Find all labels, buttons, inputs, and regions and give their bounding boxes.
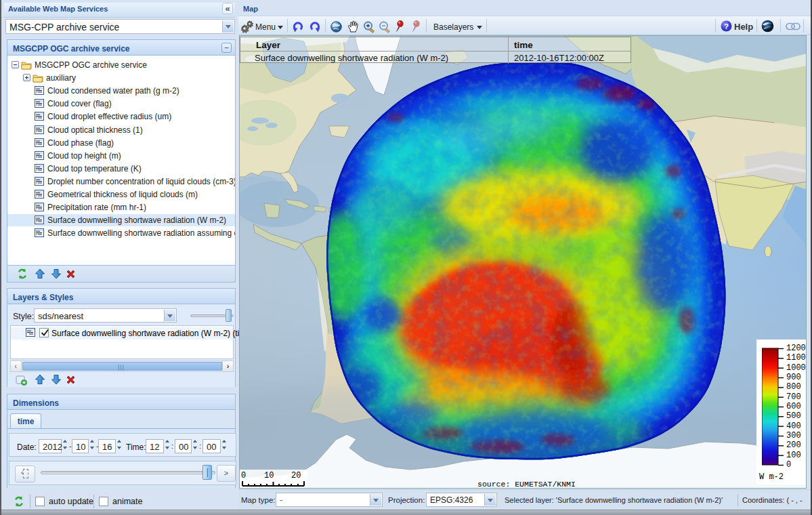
svg-text:?: ? — [724, 22, 729, 30]
